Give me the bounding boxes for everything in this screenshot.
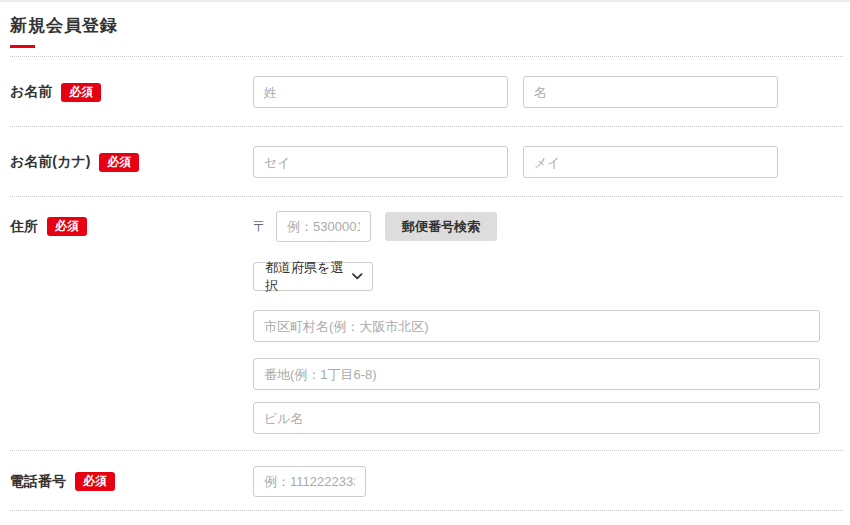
first-name-input[interactable] (523, 76, 778, 108)
last-name-input[interactable] (253, 76, 508, 108)
name-inputs (253, 76, 778, 108)
city-input[interactable] (253, 310, 820, 342)
name-row: お名前 必須 (10, 57, 843, 127)
kana-inputs (253, 146, 778, 178)
chevron-down-icon (352, 273, 363, 280)
required-badge: 必須 (75, 472, 115, 491)
kana-row: お名前(カナ) 必須 (10, 127, 843, 197)
name-label-group: お名前 必須 (10, 76, 253, 108)
kana-label-group: お名前(カナ) 必須 (10, 146, 253, 178)
postal-code-search-button[interactable]: 郵便番号検索 (385, 212, 497, 241)
street-input[interactable] (253, 358, 820, 390)
phone-label-group: 電話番号 必須 (10, 466, 253, 497)
first-name-kana-input[interactable] (523, 146, 778, 178)
name-label: お名前 (10, 83, 52, 101)
phone-input[interactable] (253, 466, 366, 497)
prefecture-select-value: 都道府県を選択 (265, 259, 352, 295)
phone-row: 電話番号 必須 (10, 451, 843, 511)
phone-label: 電話番号 (10, 473, 66, 491)
building-input[interactable] (253, 402, 820, 434)
postal-mark-icon: 〒 (253, 218, 267, 236)
address-label-group: 住所 必須 (10, 211, 253, 242)
prefecture-select[interactable]: 都道府県を選択 (253, 262, 373, 291)
address-inputs: 〒 郵便番号検索 都道府県を選択 (253, 211, 820, 434)
postal-code-input[interactable] (276, 211, 371, 242)
title-accent-underline (10, 45, 35, 48)
kana-label: お名前(カナ) (10, 153, 90, 171)
registration-form: 新規会員登録 お名前 必須 お名前(カナ) 必須 住所 必須 (0, 2, 850, 511)
required-badge: 必須 (99, 153, 139, 172)
address-row: 住所 必須 〒 郵便番号検索 都道府県を選択 (10, 197, 843, 451)
postal-code-group: 〒 郵便番号検索 (253, 211, 820, 242)
last-name-kana-input[interactable] (253, 146, 508, 178)
required-badge: 必須 (47, 217, 87, 236)
page-title: 新規会員登録 (10, 14, 850, 37)
form-header: 新規会員登録 (10, 2, 850, 57)
address-label: 住所 (10, 218, 38, 236)
required-badge: 必須 (61, 83, 101, 102)
